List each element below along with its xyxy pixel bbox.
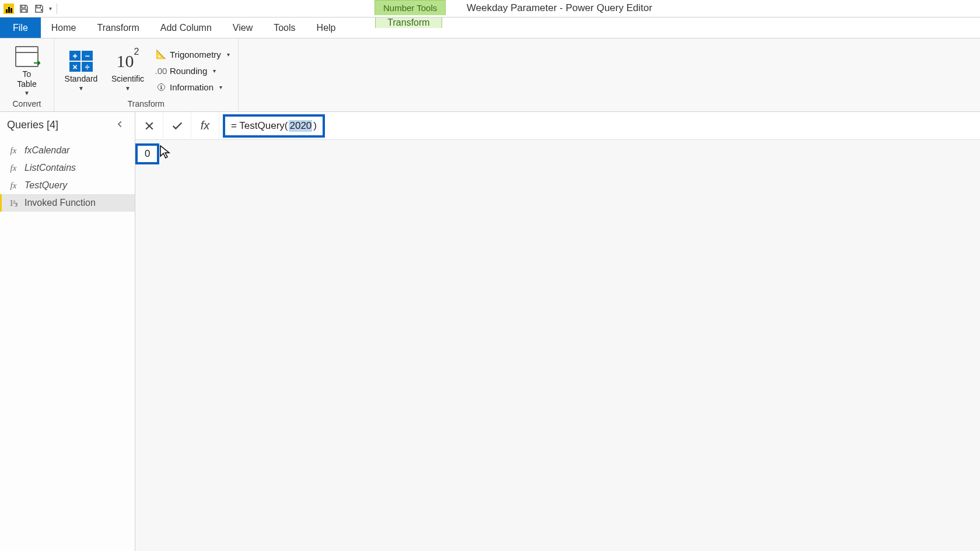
trigonometry-button[interactable]: 📐 Trigonometry ▾ — [153, 48, 232, 61]
tab-help[interactable]: Help — [306, 17, 346, 38]
standard-icon: +−×÷ — [69, 50, 93, 73]
rounding-button[interactable]: .00 Rounding ▾ — [153, 64, 232, 77]
queries-pane: Queries [4] fx fxCalendar fx ListContain… — [0, 112, 135, 551]
result-value-cell[interactable]: 0 — [135, 143, 159, 164]
function-icon: fx — [7, 163, 20, 173]
qat-separator — [57, 3, 57, 14]
title-bar: ▾ Number Tools Weekday Parameter - Power… — [0, 0, 980, 17]
check-icon — [171, 120, 184, 132]
to-table-icon — [15, 45, 38, 68]
caret-down-icon: ▾ — [225, 51, 230, 58]
rounding-label: Rounding — [170, 66, 207, 76]
information-label: Information — [170, 82, 214, 92]
ribbon-group-transform: +−×÷ Standard ▼ 102 Scientific ▼ 📐 Trigo… — [54, 38, 239, 111]
formula-cancel-button[interactable] — [135, 112, 163, 140]
query-item-fxcalendar[interactable]: fx fxCalendar — [0, 142, 135, 159]
caret-down-icon: ▼ — [125, 85, 131, 92]
queries-pane-title: Queries [4] — [7, 119, 58, 131]
information-icon: 🛈 — [156, 82, 166, 92]
formula-text-prefix: = TestQuery( — [231, 120, 288, 132]
formula-text-selection: 2020 — [289, 120, 312, 132]
scientific-button[interactable]: 102 Scientific ▼ — [107, 47, 149, 92]
chevron-left-icon — [116, 120, 124, 128]
to-table-button[interactable]: To Table ▼ — [6, 43, 48, 97]
tab-view[interactable]: View — [222, 17, 263, 38]
save-icon[interactable] — [18, 2, 30, 15]
mouse-cursor-icon — [159, 145, 173, 161]
tab-tools[interactable]: Tools — [263, 17, 306, 38]
qat-dropdown-icon[interactable]: ▾ — [48, 5, 53, 12]
query-item-label: fxCalendar — [24, 145, 69, 156]
caret-down-icon: ▼ — [24, 90, 30, 96]
tab-file[interactable]: File — [0, 17, 41, 38]
standard-label: Standard — [65, 74, 98, 84]
ribbon-group-label-convert: Convert — [6, 98, 48, 110]
content-pane: fx = TestQuery(2020) 0 — [135, 112, 980, 551]
scientific-icon: 102 — [116, 50, 139, 73]
number-type-icon: 1²₃ — [7, 198, 20, 208]
ribbon-group-label-transform: Transform — [60, 98, 232, 110]
rounding-icon: .00 — [156, 65, 166, 76]
queries-list: fx fxCalendar fx ListContains fx TestQue… — [0, 138, 135, 212]
caret-down-icon: ▼ — [78, 85, 84, 92]
formula-input[interactable]: = TestQuery(2020) — [223, 114, 325, 138]
function-icon: fx — [7, 146, 20, 156]
formula-confirm-button[interactable] — [163, 112, 191, 140]
trigonometry-label: Trigonometry — [170, 50, 221, 59]
quick-access-toolbar: ▾ — [0, 0, 61, 17]
query-item-listcontains[interactable]: fx ListContains — [0, 159, 135, 177]
ribbon-group-convert: To Table ▼ Convert — [0, 38, 54, 111]
main-area: Queries [4] fx fxCalendar fx ListContain… — [0, 112, 980, 551]
formula-fx-button[interactable]: fx — [191, 112, 219, 140]
undo-icon[interactable] — [33, 2, 46, 15]
collapse-pane-button[interactable] — [113, 118, 128, 132]
standard-button[interactable]: +−×÷ Standard ▼ — [60, 47, 102, 92]
query-item-label: TestQuery — [24, 180, 67, 191]
caret-down-icon: ▾ — [211, 68, 216, 74]
formula-text-suffix: ) — [313, 120, 317, 132]
query-item-testquery[interactable]: fx TestQuery — [0, 177, 135, 194]
to-table-label: To Table — [17, 69, 36, 89]
tab-transform[interactable]: Transform — [86, 17, 149, 38]
ribbon: To Table ▼ Convert +−×÷ Standard ▼ 102 S… — [0, 38, 980, 112]
window-title: Weekday Parameter - Power Query Editor — [453, 2, 652, 14]
tab-add-column[interactable]: Add Column — [150, 17, 222, 38]
tab-context-transform[interactable]: Transform — [375, 17, 442, 28]
scientific-label: Scientific — [111, 74, 144, 84]
query-item-invoked-function[interactable]: 1²₃ Invoked Function — [0, 194, 135, 212]
close-icon — [144, 120, 155, 132]
tab-home[interactable]: Home — [41, 17, 87, 38]
caret-down-icon: ▾ — [217, 84, 222, 90]
fx-icon: fx — [201, 119, 210, 132]
query-item-label: ListContains — [24, 163, 76, 173]
formula-bar: fx = TestQuery(2020) — [135, 112, 980, 140]
trigonometry-icon: 📐 — [156, 49, 166, 59]
information-button[interactable]: 🛈 Information ▾ — [153, 80, 232, 93]
app-logo — [2, 2, 15, 15]
contextual-tab-group-label: Number Tools — [374, 0, 446, 15]
function-icon: fx — [7, 181, 20, 191]
query-item-label: Invoked Function — [24, 198, 96, 208]
ribbon-tabs: File Home Transform Add Column View Tool… — [0, 17, 980, 38]
